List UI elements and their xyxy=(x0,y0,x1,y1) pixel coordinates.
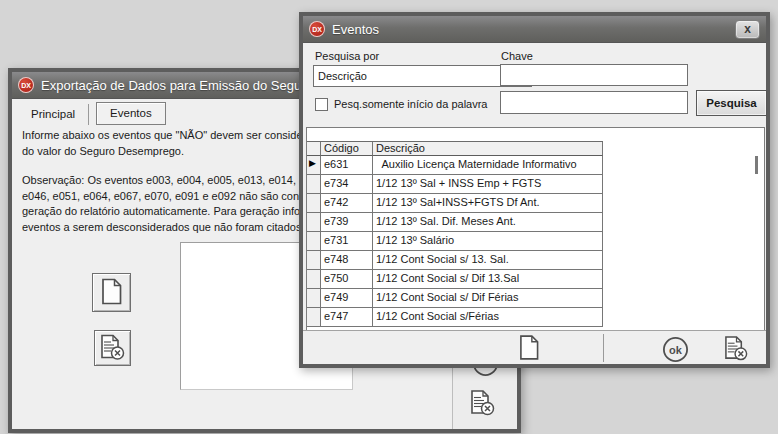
table-row[interactable]: e7471/12 Cont Social s/Férias xyxy=(307,308,603,327)
events-table-body: ▶e631 Auxilio Licença Maternidade Inform… xyxy=(307,156,603,327)
cell-codigo[interactable]: e631 xyxy=(321,156,373,175)
table-row[interactable]: e7491/12 Cont Social s/ Dif Férias xyxy=(307,289,603,308)
cancel-button[interactable] xyxy=(724,335,749,364)
current-row-marker-icon: ▶ xyxy=(309,159,316,168)
table-row[interactable]: e7481/12 Cont Social s/ 13. Sal. xyxy=(307,251,603,270)
cell-codigo[interactable]: e742 xyxy=(321,194,373,213)
header-codigo[interactable]: Código xyxy=(321,142,373,156)
header-descricao[interactable]: Descrição xyxy=(373,142,603,156)
search-by-label: Pesquisa por xyxy=(315,50,379,62)
events-window-content: Pesquisa por Chave Descrição ▼ Pesq.some… xyxy=(303,43,766,364)
cell-codigo[interactable]: e748 xyxy=(321,251,373,270)
cell-descricao[interactable]: 1/12 Cont Social s/ Dif 13.Sal xyxy=(373,270,603,289)
events-grid: Código Descrição ▶e631 Auxilio Licença M… xyxy=(306,127,765,331)
row-selector-cell[interactable] xyxy=(307,251,321,270)
table-row[interactable]: e7421/12 13º Sal+INSS+FGTS Df Ant. xyxy=(307,194,603,213)
tab-principal[interactable]: Principal xyxy=(18,104,89,125)
cell-descricao[interactable]: 1/12 13º Sal + INSS Emp + FGTS xyxy=(373,175,603,194)
delete-document-icon xyxy=(470,407,496,419)
row-selector-cell[interactable] xyxy=(307,270,321,289)
events-toolbar: ok xyxy=(303,330,766,364)
cell-descricao[interactable]: 1/12 Cont Social s/ 13. Sal. xyxy=(373,251,603,270)
cell-descricao[interactable]: 1/12 Cont Social s/ Dif Férias xyxy=(373,289,603,308)
grid-scrollbar[interactable] xyxy=(755,156,758,174)
tab-bar: Principal Eventos xyxy=(18,101,166,125)
toolbar-divider xyxy=(603,334,604,362)
key-label: Chave xyxy=(501,50,533,62)
row-selector-cell[interactable] xyxy=(307,232,321,251)
row-selector-cell[interactable] xyxy=(307,289,321,308)
app-logo-icon: DX xyxy=(18,77,34,93)
header-selector-cell xyxy=(307,142,321,156)
table-row[interactable]: ▶e631 Auxilio Licença Maternidade Inform… xyxy=(307,156,603,175)
table-row[interactable]: e7311/12 13º Salário xyxy=(307,232,603,251)
cell-codigo[interactable]: e731 xyxy=(321,232,373,251)
svg-text:ok: ok xyxy=(669,344,683,356)
ok-icon: ok xyxy=(472,367,499,379)
app-logo-icon: DX xyxy=(309,21,325,37)
cell-descricao[interactable]: 1/12 13º Salário xyxy=(373,232,603,251)
remove-event-button[interactable] xyxy=(94,330,131,366)
row-selector-cell[interactable]: ▶ xyxy=(307,156,321,175)
cell-descricao[interactable]: 1/12 13º Sal+INSS+FGTS Df Ant. xyxy=(373,194,603,213)
cell-descricao[interactable]: Auxilio Licença Maternidade Informativo xyxy=(373,156,603,175)
ok-icon: ok xyxy=(662,353,689,365)
new-document-icon xyxy=(519,351,539,363)
row-selector-cell[interactable] xyxy=(307,213,321,232)
ok-button[interactable]: ok xyxy=(662,336,689,365)
close-icon[interactable]: x xyxy=(735,20,760,39)
events-window-title: Eventos xyxy=(332,22,728,37)
cell-descricao[interactable]: 1/12 13º Sal. Dif. Meses Ant. xyxy=(373,213,603,232)
cell-codigo[interactable]: e750 xyxy=(321,270,373,289)
cell-codigo[interactable]: e747 xyxy=(321,308,373,327)
row-selector-cell[interactable] xyxy=(307,175,321,194)
table-row[interactable]: e7501/12 Cont Social s/ Dif 13.Sal xyxy=(307,270,603,289)
search-by-value: Descrição xyxy=(314,70,513,82)
cell-codigo[interactable]: e749 xyxy=(321,289,373,308)
events-window: DX Eventos x Pesquisa por Chave Descriçã… xyxy=(299,12,770,368)
key-input[interactable] xyxy=(500,64,688,86)
export-cancel-button[interactable] xyxy=(470,389,496,419)
row-selector-cell[interactable] xyxy=(307,194,321,213)
add-event-button[interactable] xyxy=(92,273,131,312)
word-start-checkbox-label: Pesq.somente início da palavra xyxy=(334,98,487,110)
search-term-input[interactable] xyxy=(500,91,688,114)
delete-document-icon xyxy=(100,334,126,363)
search-button[interactable]: Pesquisa xyxy=(696,90,767,116)
row-selector-cell[interactable] xyxy=(307,308,321,327)
events-window-titlebar[interactable]: DX Eventos x xyxy=(303,16,766,43)
cell-codigo[interactable]: e734 xyxy=(321,175,373,194)
cell-codigo[interactable]: e739 xyxy=(321,213,373,232)
new-record-button[interactable] xyxy=(519,334,539,363)
word-start-checkbox[interactable] xyxy=(315,98,328,111)
delete-document-icon xyxy=(724,352,749,364)
tab-eventos[interactable]: Eventos xyxy=(96,102,166,125)
new-document-icon xyxy=(101,278,122,307)
table-row[interactable]: e7341/12 13º Sal + INSS Emp + FGTS xyxy=(307,175,603,194)
cell-descricao[interactable]: 1/12 Cont Social s/Férias xyxy=(373,308,603,327)
table-header-row: Código Descrição xyxy=(307,142,603,156)
table-row[interactable]: e7391/12 13º Sal. Dif. Meses Ant. xyxy=(307,213,603,232)
